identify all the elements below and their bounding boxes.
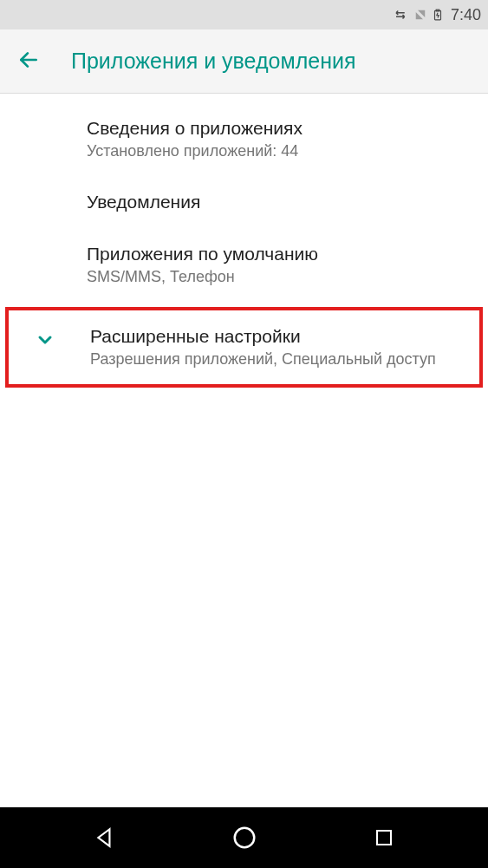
default-apps-item[interactable]: Приложения по умолчанию SMS/MMS, Телефон [0, 228, 488, 302]
status-time: 7:40 [451, 6, 481, 24]
status-bar: 7:40 [0, 0, 488, 29]
data-sync-icon [394, 7, 409, 23]
back-button[interactable] [17, 49, 40, 75]
notifications-item[interactable]: Уведомления [0, 176, 488, 228]
nav-home-button[interactable] [210, 816, 279, 859]
item-subtitle: SMS/MMS, Телефон [87, 268, 471, 286]
app-info-item[interactable]: Сведения о приложениях Установлено прило… [0, 102, 488, 176]
navigation-bar [0, 807, 488, 868]
page-title: Приложения и уведомления [71, 49, 355, 74]
battery-charging-icon [432, 6, 444, 23]
item-subtitle: Установлено приложений: 44 [87, 142, 471, 160]
item-title: Расширенные настройки [90, 326, 465, 347]
svg-rect-4 [377, 831, 391, 845]
item-title: Уведомления [87, 192, 471, 212]
item-subtitle: Разрешения приложений, Специальный досту… [90, 350, 465, 369]
app-bar: Приложения и уведомления [0, 29, 488, 94]
svg-point-3 [234, 828, 254, 848]
chevron-down-icon [35, 330, 55, 354]
nav-recent-button[interactable] [349, 816, 419, 859]
no-sim-icon [413, 7, 428, 23]
advanced-settings-item[interactable]: Расширенные настройки Разрешения приложе… [5, 307, 483, 388]
nav-back-button[interactable] [70, 816, 140, 859]
settings-list: Сведения о приложениях Установлено прило… [0, 94, 488, 807]
item-title: Сведения о приложениях [87, 118, 471, 139]
item-title: Приложения по умолчанию [87, 244, 471, 264]
